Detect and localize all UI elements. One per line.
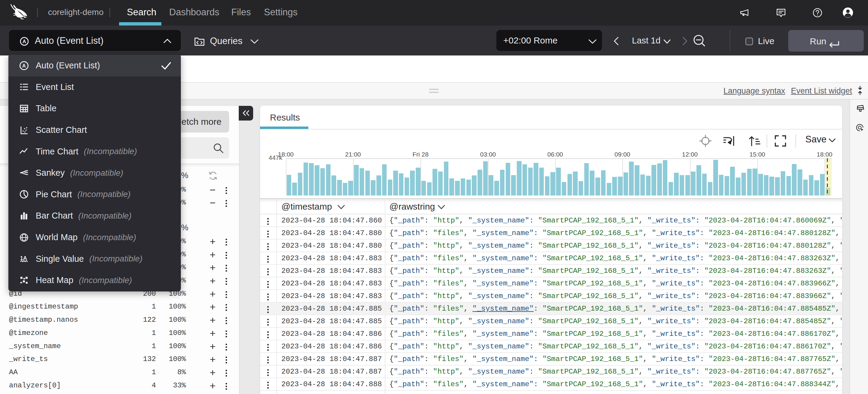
svg-text:A: A xyxy=(23,39,26,44)
svg-text:1A: 1A xyxy=(20,255,27,261)
svg-text:A: A xyxy=(22,63,26,69)
